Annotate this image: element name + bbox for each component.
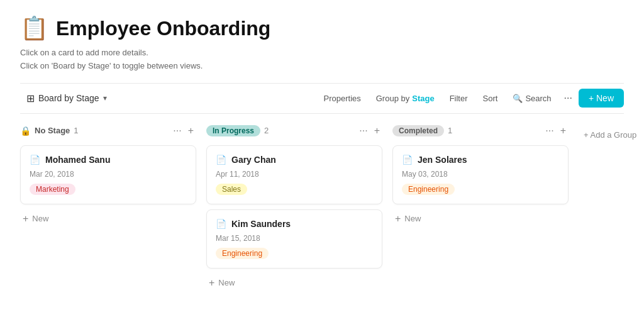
subtitle-line2: Click on 'Board by Stage' to toggle betw…: [20, 60, 624, 73]
card-document-icon: 📄: [216, 219, 226, 229]
card-title-row: 📄Kim Saunders: [216, 219, 373, 229]
new-label: New: [218, 278, 235, 287]
plus-icon: +: [395, 213, 401, 224]
card-title-row: 📄Jen Solares: [402, 155, 559, 165]
column-add-button[interactable]: +: [186, 124, 196, 138]
card[interactable]: 📄Gary ChanApr 11, 2018Sales: [206, 145, 382, 204]
card-date: Mar 20, 2018: [30, 170, 187, 179]
page-title: Employee Onboarding: [56, 17, 270, 40]
card-tag: Engineering: [216, 248, 269, 259]
column-badge: In Progress: [206, 125, 260, 136]
toolbar-right: Properties Group by Stage Filter Sort 🔍 …: [318, 89, 625, 108]
card[interactable]: 📄Kim SaundersMar 15, 2018Engineering: [206, 209, 382, 269]
search-button[interactable]: 🔍 Search: [506, 90, 557, 107]
column-actions: ···+: [170, 124, 196, 138]
new-label: New: [404, 214, 421, 223]
card-tag: Sales: [216, 184, 247, 195]
card-name: Gary Chan: [231, 155, 276, 165]
column-header-no-stage: 🔒No Stage1···+: [20, 124, 196, 138]
page-icon: 📋: [20, 15, 48, 42]
group-by-value: Stage: [412, 94, 434, 103]
more-options-button[interactable]: ···: [560, 89, 576, 108]
board-icon: ⊞: [26, 92, 35, 104]
card[interactable]: 📄Mohamed SanuMar 20, 2018Marketing: [20, 145, 196, 204]
properties-label: Properties: [324, 94, 361, 103]
column-more-button[interactable]: ···: [170, 124, 184, 138]
column-more-button[interactable]: ···: [543, 124, 556, 138]
plus-icon: +: [23, 213, 28, 224]
card-document-icon: 📄: [216, 155, 226, 165]
page-header: 📋 Employee Onboarding: [20, 15, 624, 42]
plus-icon: +: [209, 277, 214, 289]
column-count: 1: [448, 126, 452, 135]
column-no-stage: 🔒No Stage1···+📄Mohamed SanuMar 20, 2018M…: [20, 124, 196, 228]
properties-button[interactable]: Properties: [318, 90, 367, 107]
column-count: 1: [74, 126, 78, 135]
column-actions: ···+: [543, 124, 569, 138]
card-title-row: 📄Gary Chan: [216, 155, 373, 165]
sort-label: Sort: [483, 94, 498, 103]
card-date: Apr 11, 2018: [216, 170, 373, 179]
subtitle-line1: Click on a card to add more details.: [20, 47, 624, 60]
group-by-button[interactable]: Group by Stage: [370, 90, 441, 107]
filter-button[interactable]: Filter: [443, 90, 474, 107]
sort-button[interactable]: Sort: [477, 90, 504, 107]
card-tag: Marketing: [30, 184, 75, 195]
column-add-button[interactable]: +: [372, 124, 382, 138]
card-title-row: 📄Mohamed Sanu: [30, 155, 187, 165]
toolbar-left: ⊞ Board by Stage ▾: [20, 89, 113, 108]
card[interactable]: 📄Jen SolaresMay 03, 2018Engineering: [392, 145, 569, 204]
column-header-completed: Completed1···+: [392, 124, 569, 138]
search-icon: 🔍: [513, 94, 523, 103]
card-tag: Engineering: [402, 184, 455, 195]
chevron-down-icon: ▾: [103, 94, 107, 103]
column-in-progress: In Progress2···+📄Gary ChanApr 11, 2018Sa…: [206, 124, 382, 292]
column-header-in-progress: In Progress2···+: [206, 124, 382, 138]
column-completed: Completed1···+📄Jen SolaresMay 03, 2018En…: [392, 124, 569, 228]
card-document-icon: 📄: [402, 155, 413, 165]
column-badge: Completed: [392, 125, 444, 136]
column-title: No Stage: [35, 126, 70, 135]
filter-label: Filter: [450, 94, 468, 103]
new-button[interactable]: + New: [579, 89, 624, 108]
group-by-label: Group by: [376, 94, 409, 103]
column-add-button[interactable]: +: [558, 124, 569, 138]
lock-icon: 🔒: [20, 126, 31, 136]
card-date: Mar 15, 2018: [216, 234, 373, 243]
column-actions: ···+: [357, 124, 382, 138]
column-more-button[interactable]: ···: [357, 124, 370, 138]
card-name: Kim Saunders: [231, 219, 291, 229]
search-label: Search: [525, 94, 551, 103]
add-group-button[interactable]: + Add a Group: [579, 126, 641, 143]
column-count: 2: [264, 126, 269, 135]
page: 📋 Employee Onboarding Click on a card to…: [0, 0, 644, 327]
new-label: New: [32, 214, 48, 223]
add-new-button-in-progress[interactable]: +New: [206, 274, 237, 292]
toolbar: ⊞ Board by Stage ▾ Properties Group by S…: [20, 83, 624, 114]
page-subtitle: Click on a card to add more details. Cli…: [20, 47, 624, 73]
board-by-stage-label: Board by Stage: [38, 93, 99, 103]
card-date: May 03, 2018: [402, 170, 559, 179]
board-by-stage-button[interactable]: ⊞ Board by Stage ▾: [20, 89, 113, 108]
add-new-button-completed[interactable]: +New: [392, 209, 423, 228]
card-name: Mohamed Sanu: [45, 155, 110, 165]
board: 🔒No Stage1···+📄Mohamed SanuMar 20, 2018M…: [20, 124, 624, 292]
card-name: Jen Solares: [418, 155, 467, 165]
add-new-button-no-stage[interactable]: +New: [20, 209, 51, 228]
card-document-icon: 📄: [30, 155, 40, 165]
